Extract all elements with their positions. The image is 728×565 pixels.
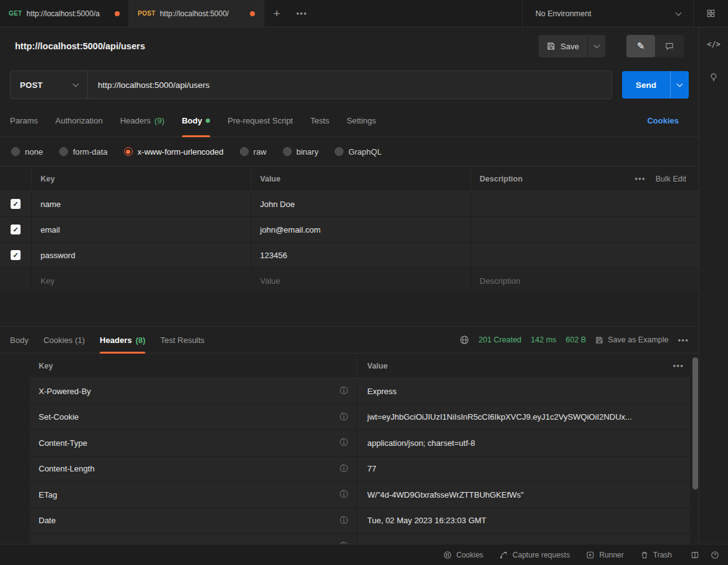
environment-selector[interactable]: No Environment — [523, 0, 693, 27]
footer-trash-button[interactable]: Trash — [640, 551, 672, 559]
comments-button[interactable] — [655, 35, 684, 57]
tab-authorization[interactable]: Authorization — [55, 105, 103, 137]
info-icon[interactable]: ⓘ — [340, 541, 348, 544]
save-as-example-button[interactable]: Save as Example — [595, 336, 668, 344]
tab-headers[interactable]: Headers (9) — [120, 105, 165, 137]
mode-graphql[interactable]: GraphQL — [335, 147, 381, 157]
response-tab-test-results[interactable]: Test Results — [160, 327, 204, 353]
kv-description-cell[interactable] — [471, 243, 699, 268]
footer-capture-requests-button[interactable]: Capture requests — [499, 551, 570, 559]
save-button-group: Save — [539, 35, 605, 57]
footer-runner-button[interactable]: Runner — [586, 551, 623, 559]
lightbulb-icon — [709, 72, 719, 82]
kv-more-button[interactable]: ●●● — [635, 176, 646, 181]
info-icon[interactable]: ⓘ — [340, 437, 348, 448]
bulk-edit-link[interactable]: Bulk Edit — [656, 175, 686, 183]
tab-settings[interactable]: Settings — [347, 105, 376, 137]
mode-binary[interactable]: binary — [283, 147, 318, 157]
response-time[interactable]: 142 ms — [531, 336, 557, 344]
request-tab-post-active[interactable]: POST http://localhost:5000/ — [129, 0, 264, 27]
header-value: Tue, 02 May 2023 16:23:03 GMT — [357, 508, 690, 534]
request-tab-get[interactable]: GET http://localhost:5000/a — [0, 0, 129, 27]
environment-quick-look-button[interactable] — [693, 0, 728, 27]
header-value: jwt=eyJhbGciOiJIUzI1NiIsInR5cCI6IkpXVCJ9… — [357, 405, 690, 430]
tab-body-label: Body — [182, 116, 203, 125]
edit-comment-group: ✎ — [626, 35, 684, 57]
kv-value-cell[interactable]: John Doe — [251, 191, 470, 216]
response-tab-headers[interactable]: Headers (8) — [100, 327, 145, 353]
code-snippet-button[interactable]: </> — [707, 40, 721, 49]
response-header-row: Dateⓘ Tue, 02 May 2023 16:23:03 GMT — [30, 508, 690, 534]
new-value-input[interactable] — [260, 276, 470, 286]
response-tab-cookies[interactable]: Cookies (1) — [44, 327, 85, 353]
response-size[interactable]: 602 B — [566, 336, 587, 344]
response-status[interactable]: 201 Created — [479, 336, 522, 344]
kv-value-cell[interactable]: 123456 — [251, 243, 470, 268]
right-sidebar-rail: </> — [699, 27, 728, 544]
kv-key-cell[interactable]: email — [31, 217, 251, 242]
check-icon: ✓ — [12, 226, 18, 234]
globe-icon[interactable] — [459, 335, 469, 345]
new-tab-button[interactable]: + — [264, 0, 289, 27]
kv-value-cell[interactable]: john@email.com — [251, 217, 470, 242]
mode-form-data[interactable]: form-data — [59, 147, 108, 157]
mode-none[interactable]: none — [11, 147, 43, 157]
info-icon[interactable]: ⓘ — [340, 489, 348, 500]
response-tab-body[interactable]: Body — [10, 327, 29, 353]
new-description-input[interactable] — [480, 276, 699, 286]
kv-key-cell[interactable]: password — [31, 243, 251, 268]
kv-description-cell[interactable] — [471, 217, 699, 242]
cookies-link[interactable]: Cookies — [647, 116, 689, 125]
tab-tests-label: Tests — [310, 116, 329, 125]
mode-x-www-form-urlencoded[interactable]: x-www-form-urlencoded — [124, 147, 224, 157]
mode-raw[interactable]: raw — [240, 147, 267, 157]
tab-pre-request-label: Pre-request Script — [228, 116, 293, 125]
response-header-row: Connectionⓘ keep-alive — [30, 534, 690, 544]
kv-description-cell[interactable] — [471, 191, 699, 216]
response-header-row: Content-Typeⓘ application/json; charset=… — [30, 430, 690, 456]
row-checkbox-checked[interactable]: ✓ — [11, 225, 21, 234]
request-body-empty-space — [0, 294, 699, 326]
info-icon[interactable]: ⓘ — [340, 385, 348, 397]
tab-options-button[interactable]: ●●● — [289, 0, 314, 27]
kv-key-cell[interactable]: name — [31, 191, 251, 216]
ellipsis-icon: ●●● — [678, 337, 689, 343]
send-options-button[interactable] — [670, 71, 689, 99]
content-area: http://localhost:5000/api/users Save — [0, 27, 728, 544]
header-key: Set-Cookie — [39, 412, 79, 422]
row-checkbox-checked[interactable]: ✓ — [11, 250, 21, 260]
response-tab-cookies-label: Cookies (1) — [44, 336, 85, 345]
status-bar: Cookies Capture requests Runner Trash — [0, 544, 728, 565]
save-options-button[interactable] — [587, 35, 605, 57]
mode-none-label: none — [25, 147, 43, 157]
edit-button[interactable]: ✎ — [626, 35, 655, 57]
trash-icon — [640, 551, 649, 559]
response-meta: 201 Created 142 ms 602 B Save as Example… — [459, 335, 689, 345]
url-input[interactable] — [88, 71, 611, 99]
tab-params[interactable]: Params — [10, 105, 38, 137]
info-icon[interactable]: ⓘ — [340, 463, 348, 475]
row-checkbox-checked[interactable]: ✓ — [11, 199, 21, 209]
split-panel-button[interactable] — [691, 551, 699, 559]
capture-requests-icon — [499, 551, 508, 559]
tab-headers-count: (9) — [155, 116, 165, 125]
info-icon[interactable]: ⓘ — [340, 412, 348, 423]
hints-button[interactable] — [709, 72, 719, 82]
response-header-key: Key — [30, 354, 357, 378]
response-more-button[interactable]: ●●● — [678, 337, 689, 343]
info-icon[interactable]: ⓘ — [340, 515, 348, 526]
runner-icon — [586, 551, 595, 559]
tab-pre-request-script[interactable]: Pre-request Script — [228, 105, 293, 137]
help-button[interactable] — [711, 551, 719, 559]
new-key-input[interactable] — [41, 276, 251, 286]
body-mode-options: none form-data x-www-form-urlencoded raw… — [0, 137, 699, 166]
response-scrollbar[interactable] — [692, 357, 698, 490]
tab-tests[interactable]: Tests — [310, 105, 329, 137]
response-table-more-button[interactable]: ●●● — [673, 354, 684, 378]
footer-right-icons — [691, 551, 719, 559]
footer-cookies-button[interactable]: Cookies — [443, 551, 483, 559]
send-button[interactable]: Send — [622, 71, 670, 99]
tab-body[interactable]: Body — [182, 105, 211, 137]
save-button[interactable]: Save — [539, 35, 587, 57]
method-dropdown[interactable]: POST — [11, 71, 88, 99]
